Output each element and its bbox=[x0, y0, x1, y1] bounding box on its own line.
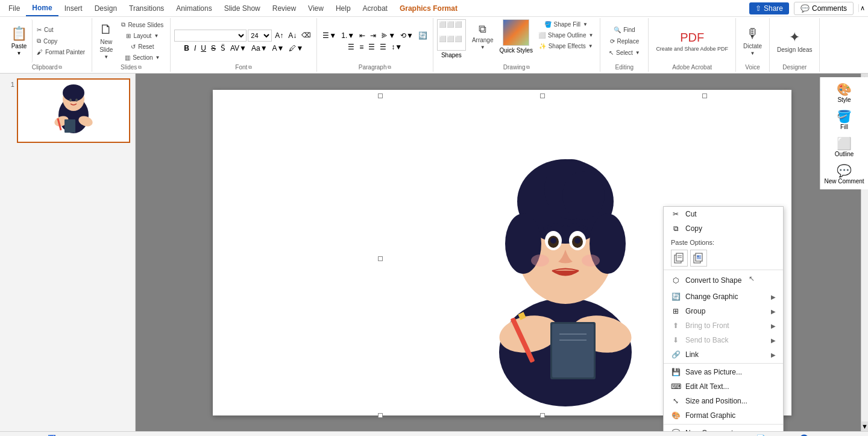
design-ideas-button[interactable]: ✦ Design Ideas bbox=[773, 27, 816, 55]
format-painter-button[interactable]: 🖌 Format Painter bbox=[34, 47, 88, 57]
voice-group: 🎙 Dictate ▼ Voice bbox=[736, 18, 770, 72]
tab-transitions[interactable]: Transitions bbox=[123, 0, 170, 16]
style-button[interactable]: 🎨 Style bbox=[826, 80, 863, 106]
selection-handle-middle-left[interactable] bbox=[378, 256, 383, 261]
font-color-button[interactable]: A▼ bbox=[271, 43, 286, 53]
replace-button[interactable]: ⟳ Replace bbox=[607, 36, 643, 46]
font-size-increase-button[interactable]: A↑ bbox=[273, 31, 285, 40]
share-button[interactable]: ⇧ Share bbox=[749, 2, 789, 14]
reset-button[interactable]: ↺ Reset bbox=[118, 42, 166, 52]
selection-handle-bottom-left[interactable] bbox=[378, 413, 383, 418]
selection-handle-top-right[interactable] bbox=[702, 93, 707, 98]
quick-styles-gallery[interactable] bbox=[503, 19, 529, 46]
decrease-indent-button[interactable]: ⇤ bbox=[357, 31, 367, 40]
strikethrough-button[interactable]: S bbox=[209, 43, 218, 53]
shape-effects-button[interactable]: ✨ Shape Effects ▼ bbox=[535, 41, 596, 51]
bold-button[interactable]: B bbox=[182, 43, 191, 53]
reuse-slides-button[interactable]: ⧉ Reuse Slides bbox=[118, 19, 166, 30]
context-new-comment[interactable]: 💬 New Comment bbox=[664, 426, 783, 431]
ribbon-collapse-button[interactable]: ∧ bbox=[858, 4, 866, 12]
justify-button[interactable]: ☰ bbox=[378, 42, 388, 52]
dictate-button[interactable]: 🎙 Dictate ▼ bbox=[740, 24, 766, 58]
select-button[interactable]: ↖ Select ▼ bbox=[606, 48, 643, 58]
slides-group: 🗋 New Slide ▼ ⧉ Reuse Slides ⊞ Layout ▼ bbox=[92, 18, 171, 72]
tab-slideshow[interactable]: Slide Show bbox=[218, 0, 266, 16]
clear-formatting-button[interactable]: ⌫ bbox=[300, 31, 313, 40]
tab-view[interactable]: View bbox=[302, 0, 330, 16]
reading-view-button[interactable]: 📄 bbox=[756, 434, 766, 437]
outline-button[interactable]: ⬜ Outline bbox=[826, 134, 863, 160]
layout-button[interactable]: ⊞ Layout ▼ bbox=[118, 31, 166, 41]
create-share-pdf-button[interactable]: PDF Create and Share Adobe PDF bbox=[652, 28, 732, 54]
tab-home[interactable]: Home bbox=[26, 0, 58, 16]
section-button[interactable]: ▥ Section ▼ bbox=[118, 52, 166, 63]
line-spacing-button[interactable]: ↕▼ bbox=[389, 42, 404, 52]
tab-insert[interactable]: Insert bbox=[58, 0, 89, 16]
normal-view-button[interactable]: ⊞ bbox=[738, 434, 745, 437]
context-size-and-position[interactable]: ⤡ Size and Position... bbox=[664, 394, 783, 408]
context-convert-to-shape[interactable]: ⬡ Convert to Shape ↖ bbox=[664, 271, 783, 289]
tab-acrobat[interactable]: Acrobat bbox=[357, 0, 394, 16]
comments-button[interactable]: 💬 Comments bbox=[794, 2, 854, 15]
selection-handle-top-left[interactable] bbox=[378, 93, 383, 98]
highlight-color-button[interactable]: 🖊▼ bbox=[287, 43, 305, 53]
context-cut[interactable]: ✂ Cut bbox=[664, 207, 783, 221]
character-spacing-button[interactable]: AV▼ bbox=[228, 43, 248, 53]
tab-help[interactable]: Help bbox=[330, 0, 357, 16]
font-size-select[interactable]: 24 bbox=[248, 30, 272, 42]
add-or-remove-columns-button[interactable]: ⫸▼ bbox=[379, 31, 397, 40]
paste-button[interactable]: 📋 Paste ▼ bbox=[6, 19, 33, 63]
slide-sorter-button[interactable]: ⊟ bbox=[747, 434, 754, 437]
clipboard-expand-icon[interactable]: ⧉ bbox=[58, 65, 62, 71]
tab-graphics-format[interactable]: Graphics Format bbox=[394, 0, 464, 16]
shadow-button[interactable]: S̈ bbox=[219, 43, 227, 53]
drawing-expand-icon[interactable]: ⧉ bbox=[526, 65, 530, 71]
align-center-button[interactable]: ≡ bbox=[357, 42, 365, 52]
context-group[interactable]: ⊞ Group ▶ bbox=[664, 304, 783, 318]
paragraph-expand-icon[interactable]: ⧉ bbox=[388, 65, 391, 71]
align-right-button[interactable]: ☰ bbox=[366, 42, 377, 52]
italic-button[interactable]: I bbox=[192, 43, 198, 53]
find-button[interactable]: 🔍 Find bbox=[611, 25, 638, 35]
text-direction-button[interactable]: ⟲▼ bbox=[398, 31, 415, 40]
shape-fill-button[interactable]: 🪣 Shape Fill ▼ bbox=[535, 19, 596, 30]
fill-button[interactable]: 🪣 Fill bbox=[826, 107, 863, 133]
arrange-button[interactable]: ⧉ Arrange ▼ bbox=[468, 19, 497, 53]
format-painter-icon: 🖌 bbox=[37, 49, 43, 55]
context-change-graphic[interactable]: 🔄 Change Graphic ▶ bbox=[664, 289, 783, 304]
change-case-button[interactable]: Aa▼ bbox=[250, 43, 269, 53]
underline-button[interactable]: U bbox=[199, 43, 208, 53]
tab-file[interactable]: File bbox=[2, 0, 26, 16]
context-format-graphic[interactable]: 🎨 Format Graphic bbox=[664, 408, 783, 423]
numbering-button[interactable]: 1.▼ bbox=[339, 31, 356, 40]
editing-group: 🔍 Find ⟳ Replace ↖ Select ▼ Editing bbox=[600, 18, 649, 72]
copy-button[interactable]: ⧉ Copy bbox=[34, 36, 88, 46]
shape-outline-button[interactable]: ⬜ Shape Outline ▼ bbox=[535, 30, 596, 40]
shapes-gallery[interactable]: ⬜⬜ ⬜⬜ ⬜⬜ bbox=[437, 19, 466, 51]
smartart-convert-button[interactable]: 🔄 bbox=[417, 31, 429, 40]
paste-option-2[interactable] bbox=[690, 250, 707, 267]
slide-thumbnail[interactable] bbox=[17, 78, 130, 143]
font-expand-icon[interactable]: ⧉ bbox=[248, 65, 252, 71]
paste-option-1[interactable] bbox=[671, 250, 688, 267]
cut-button[interactable]: ✂ Cut bbox=[34, 25, 88, 35]
context-save-as-picture[interactable]: 💾 Save as Picture... bbox=[664, 365, 783, 379]
cursor-icon: ↖ bbox=[749, 274, 757, 286]
bullets-button[interactable]: ☰▼ bbox=[321, 31, 338, 40]
new-comment-panel-button[interactable]: 💬 New Comment bbox=[822, 161, 866, 187]
context-copy[interactable]: ⧉ Copy bbox=[664, 221, 783, 236]
font-size-decrease-button[interactable]: A↓ bbox=[286, 31, 298, 40]
tab-review[interactable]: Review bbox=[266, 0, 302, 16]
drawing-label: Drawing ⧉ bbox=[503, 63, 530, 71]
tab-animations[interactable]: Animations bbox=[170, 0, 218, 16]
scroll-down-button[interactable]: ▼ bbox=[861, 422, 868, 431]
slides-expand-icon[interactable]: ⧉ bbox=[138, 65, 142, 71]
context-link[interactable]: 🔗 Link ▶ bbox=[664, 347, 783, 362]
slideshow-view-button[interactable]: ▶ bbox=[768, 434, 775, 437]
new-slide-button[interactable]: 🗋 New Slide ▼ bbox=[96, 19, 116, 62]
font-name-select[interactable] bbox=[174, 30, 247, 42]
tab-design[interactable]: Design bbox=[89, 0, 123, 16]
context-edit-alt-text[interactable]: ⌨ Edit Alt Text... bbox=[664, 379, 783, 394]
increase-indent-button[interactable]: ⇥ bbox=[368, 31, 378, 40]
align-left-button[interactable]: ☰ bbox=[346, 42, 356, 52]
